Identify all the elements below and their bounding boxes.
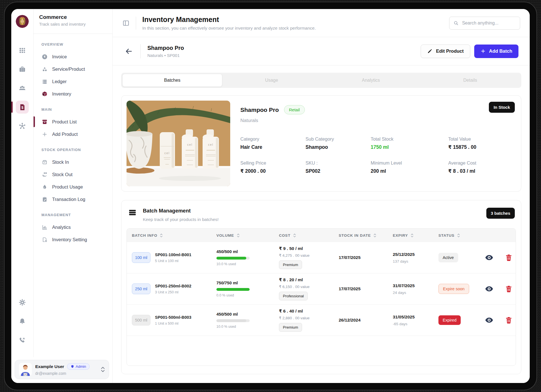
delete-batch-trash-icon[interactable]: [506, 254, 512, 261]
chevron-down-icon: [101, 370, 105, 372]
status-badge: Active: [438, 253, 458, 262]
tab-batches[interactable]: Batches: [123, 74, 222, 87]
col-volume[interactable]: VOLUME: [216, 233, 279, 238]
days-left: 137 days: [393, 259, 438, 263]
delete-batch-trash-icon[interactable]: [506, 317, 512, 324]
stat-selling-price: Selling Price₹ 2000 . 00: [240, 160, 305, 174]
col-status[interactable]: STATUS: [438, 233, 485, 238]
col-batch-info[interactable]: BATCH INFO: [132, 233, 216, 238]
search-input[interactable]: [462, 21, 516, 26]
product-line: Naturals: [240, 118, 516, 123]
col-expiry[interactable]: EXPIRY: [393, 233, 438, 238]
back-arrow-icon[interactable]: [124, 46, 134, 56]
bar-chart-icon: [41, 224, 48, 230]
logo-cell: [11, 15, 33, 28]
volume-progress: [216, 319, 250, 322]
sidebar-item-invoice[interactable]: ₹ Invoice: [40, 51, 108, 62]
commerce-invoice-icon-active[interactable]: $: [16, 101, 29, 114]
sidebar-item-transaction-log[interactable]: Transaction Log: [40, 194, 108, 205]
sidebar-item-product-usage[interactable]: Product Usage: [40, 181, 108, 192]
sort-icon: [237, 233, 240, 238]
sidebar-item-add-product[interactable]: Add Product: [40, 129, 108, 140]
sidebar-item-label: Product Usage: [52, 184, 83, 190]
volume-text: 750/750 ml: [216, 280, 279, 285]
ledger-stack-icon: [41, 78, 48, 85]
view-batch-eye-icon[interactable]: [485, 317, 493, 323]
expiry-date: 25/12/2025: [393, 252, 438, 257]
section-title-management: MANAGEMENT: [41, 213, 108, 217]
sort-icon: [293, 233, 296, 238]
col-cost[interactable]: COST: [279, 233, 339, 238]
sidebar-item-label: Service/Product: [52, 67, 85, 72]
tier-badge: Premium: [279, 323, 302, 332]
size-badge: 250 ml: [132, 284, 150, 294]
stock-in-date: 17/07/2025: [339, 255, 361, 260]
tab-analytics[interactable]: Analytics: [321, 74, 421, 87]
view-batch-eye-icon[interactable]: [485, 286, 493, 292]
size-badge: 500 ml: [132, 315, 150, 325]
sidebar-item-ledger[interactable]: Ledger: [40, 76, 108, 87]
batch-header-titles: Batch Management Keep track of your prod…: [143, 208, 219, 222]
batch-units: 5 Unit x 100 ml: [155, 259, 191, 263]
sidebar-item-service-product[interactable]: Service/Product: [40, 63, 108, 75]
sidebar-nav: OVERVIEW ₹ Invoice Service/Product Ledge…: [33, 34, 112, 357]
sidebar-item-label: Ledger: [52, 79, 66, 84]
batch-code: SP001-100ml-B001: [155, 253, 191, 257]
sort-icon: [373, 233, 376, 238]
edit-product-button[interactable]: Edit Product: [421, 45, 470, 58]
add-batch-button[interactable]: Add Batch: [474, 45, 519, 58]
batch-table: BATCH INFO VOLUME COST STOCK IN DATE EXP…: [127, 228, 516, 366]
admin-badge-label: Admin: [76, 364, 86, 369]
delete-batch-trash-icon[interactable]: [506, 285, 512, 293]
settings-gear-icon[interactable]: [16, 296, 29, 309]
brand-logo[interactable]: [16, 15, 29, 28]
plus-icon: [480, 48, 486, 54]
section-title-stock-operation: STOCK OPERATION: [41, 148, 108, 152]
status-badge: Expire soon: [438, 284, 469, 294]
chevron-up-icon: [101, 367, 105, 369]
view-batch-eye-icon[interactable]: [485, 254, 493, 261]
search-box[interactable]: [449, 17, 520, 30]
divider: [140, 44, 141, 58]
sidebar-item-inventory[interactable]: Inventory: [40, 88, 108, 99]
svg-text:cel: cel: [165, 152, 170, 155]
rupee-circle-icon: ₹: [41, 54, 48, 60]
team-icon[interactable]: [16, 82, 29, 95]
batch-title: Batch Management: [143, 208, 219, 214]
stat-sub-category: Sub CategoryShampoo: [305, 136, 371, 150]
app-window: Commerce Track sales and inventory $: [11, 9, 530, 383]
product-card-name: Shampoo Pro: [240, 107, 279, 113]
sidebar-item-inventory-setting[interactable]: Inventory Setting: [40, 234, 108, 245]
tab-usage[interactable]: Usage: [222, 74, 322, 87]
volume-text: 450/500 ml: [216, 312, 279, 316]
days-left: 24 days: [393, 291, 438, 295]
batch-code: SP001-250ml-B002: [155, 284, 191, 288]
tab-details[interactable]: Details: [421, 74, 520, 87]
main-area: Inventory Management In this section, yo…: [113, 9, 530, 383]
notifications-bell-icon[interactable]: [16, 315, 29, 328]
brand-name: Commerce: [39, 14, 112, 20]
apps-icon[interactable]: [16, 44, 29, 57]
sidebar-item-stock-in[interactable]: Stock In: [40, 156, 108, 168]
menu-bars-icon[interactable]: [128, 208, 137, 217]
calls-phone-icon[interactable]: [16, 334, 29, 347]
sidebar-item-stock-out[interactable]: Stock Out: [40, 169, 108, 180]
user-menu-chevrons[interactable]: [101, 367, 105, 372]
user-card[interactable]: Example User Admin dr@example.com: [15, 360, 109, 379]
sidebar-item-analytics[interactable]: Analytics: [40, 222, 108, 233]
sidebar-body: $ OVERVIEW ₹: [11, 34, 112, 357]
panel-toggle-icon[interactable]: [122, 19, 130, 27]
stat-category: CategoryHair Care: [240, 136, 305, 150]
sidebar-item-label: Invoice: [52, 54, 67, 59]
page-title-block: Inventory Management In this section, yo…: [142, 15, 316, 31]
network-icon[interactable]: [16, 119, 29, 132]
volume-progress: [216, 288, 250, 291]
col-stock-in-date[interactable]: STOCK IN DATE: [339, 233, 393, 238]
volume-used: 0.0 % used: [216, 293, 279, 297]
product-info: Shampoo Pro Retail Naturals CategoryHair…: [240, 101, 516, 186]
tier-badge: Professional: [279, 292, 308, 300]
batch-management-card: Batch Management Keep track of your prod…: [121, 200, 521, 374]
user-avatar: [19, 363, 32, 376]
briefcase-icon[interactable]: [16, 63, 29, 76]
sidebar-item-product-list[interactable]: Product List: [40, 116, 108, 127]
